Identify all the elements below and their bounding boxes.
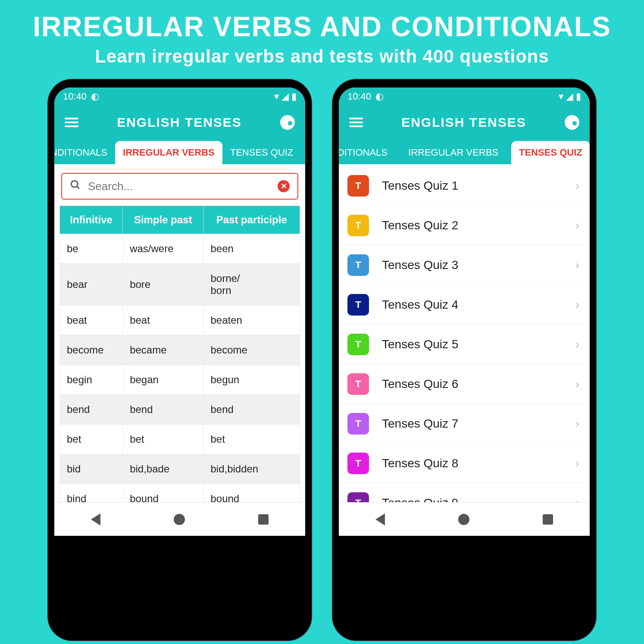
table-row[interactable]: beginbeganbegun — [60, 365, 300, 395]
chevron-right-icon: › — [575, 179, 579, 193]
chevron-right-icon: › — [575, 338, 579, 351]
quiz-label: Tenses Quiz 7 — [382, 417, 575, 431]
table-cell: bend — [60, 395, 123, 425]
table-row[interactable]: betbetbet — [60, 425, 300, 454]
table-cell: been — [203, 234, 300, 264]
search-icon — [70, 179, 81, 194]
list-item[interactable]: TTenses Quiz 4› — [339, 285, 590, 325]
search-input[interactable] — [88, 180, 271, 193]
table-row[interactable]: bidbid,badebid,bidden — [60, 454, 300, 484]
phone-mockup-right: 10:40 ◐ ▾ ◢ ▮ ENGLISH TENSES CONDITIONAL… — [333, 80, 596, 640]
promo-subtitle: Learn irregular verbs and tests with 400… — [0, 46, 644, 67]
home-button[interactable] — [458, 514, 469, 525]
table-cell: bet — [60, 425, 123, 454]
tab-conditionals[interactable]: CONDITIONALS — [54, 141, 115, 164]
tab-conditionals[interactable]: CONDITIONALS — [339, 141, 395, 164]
screen-left: 10:40 ◐ ▾ ◢ ▮ ENGLISH TENSES CONDITIONAL… — [54, 88, 305, 536]
list-item[interactable]: TTenses Quiz 1› — [339, 166, 590, 206]
table-row[interactable]: beatbeatbeaten — [60, 306, 300, 335]
table-row[interactable]: bindboundbound — [60, 484, 300, 503]
tab-bar: CONDITIONALS IRREGULAR VERBS TENSES QUIZ — [54, 139, 305, 164]
home-button[interactable] — [174, 514, 185, 525]
table-cell: bet — [203, 425, 300, 454]
tab-tenses-quiz[interactable]: TENSES QUIZ — [222, 141, 301, 164]
list-item[interactable]: TTenses Quiz 9› — [339, 483, 590, 502]
signal-icon: ◢ — [566, 91, 573, 102]
quiz-badge: T — [347, 413, 369, 435]
list-item[interactable]: TTenses Quiz 7› — [339, 404, 590, 444]
table-cell: become — [60, 335, 123, 365]
status-time: 10:40 — [63, 91, 87, 102]
recents-button[interactable] — [543, 514, 553, 525]
tab-irregular-verbs[interactable]: IRREGULAR VERBS — [395, 141, 511, 164]
list-item[interactable]: TTenses Quiz 5› — [339, 325, 590, 364]
table-cell: beaten — [203, 306, 300, 335]
android-nav-bar — [339, 502, 590, 536]
table-cell: begun — [203, 365, 300, 395]
svg-line-1 — [77, 186, 79, 188]
verbs-table: Infinitive Simple past Past participle b… — [59, 206, 300, 502]
table-cell: bid,bade — [123, 454, 203, 484]
table-row[interactable]: becomebecamebecome — [60, 335, 300, 365]
screen-right: 10:40 ◐ ▾ ◢ ▮ ENGLISH TENSES CONDITIONAL… — [339, 88, 590, 536]
table-cell: borne/ born — [203, 264, 300, 306]
status-app-icon: ◐ — [91, 91, 99, 102]
table-cell: begin — [60, 365, 123, 395]
tab-irregular-verbs[interactable]: IRREGULAR VERBS — [115, 141, 222, 164]
table-row[interactable]: bearboreborne/ born — [60, 264, 300, 306]
list-item[interactable]: TTenses Quiz 6› — [339, 364, 590, 404]
chevron-right-icon: › — [575, 417, 579, 431]
quiz-label: Tenses Quiz 2 — [382, 219, 575, 232]
quiz-label: Tenses Quiz 3 — [382, 258, 575, 272]
table-cell: be — [60, 234, 123, 264]
battery-icon: ▮ — [576, 91, 581, 102]
tab-tenses-quiz[interactable]: TENSES QUIZ — [511, 141, 590, 164]
chevron-right-icon: › — [575, 496, 579, 503]
col-past-participle: Past participle — [203, 206, 300, 234]
status-bar: 10:40 ◐ ▾ ◢ ▮ — [339, 88, 590, 106]
status-bar: 10:40 ◐ ▾ ◢ ▮ — [54, 88, 305, 106]
back-button[interactable] — [375, 513, 385, 525]
table-cell: beat — [60, 306, 123, 335]
col-simple-past: Simple past — [123, 206, 203, 234]
list-item[interactable]: TTenses Quiz 8› — [339, 444, 590, 483]
quiz-list[interactable]: TTenses Quiz 1›TTenses Quiz 2›TTenses Qu… — [339, 164, 590, 502]
menu-icon[interactable] — [65, 118, 78, 127]
quiz-badge: T — [347, 294, 369, 316]
quiz-label: Tenses Quiz 6 — [382, 377, 575, 391]
content-quiz: TTenses Quiz 1›TTenses Quiz 2›TTenses Qu… — [339, 164, 590, 502]
palette-icon[interactable] — [565, 115, 579, 130]
table-row[interactable]: bendbendbend — [60, 395, 300, 425]
app-title: ENGLISH TENSES — [117, 115, 242, 130]
menu-icon[interactable] — [349, 118, 363, 127]
status-time: 10:40 — [347, 91, 371, 102]
quiz-label: Tenses Quiz 5 — [382, 338, 575, 351]
chevron-right-icon: › — [575, 298, 579, 312]
list-item[interactable]: TTenses Quiz 2› — [339, 206, 590, 245]
table-cell: bid — [60, 454, 123, 484]
table-cell: bear — [60, 264, 123, 306]
table-row[interactable]: bewas/werebeen — [60, 234, 300, 264]
clear-icon[interactable]: ✕ — [278, 180, 290, 192]
table-cell: bore — [123, 264, 203, 306]
content-irregular: ✕ Infinitive Simple past Past participle… — [54, 164, 305, 502]
wifi-icon: ▾ — [274, 91, 279, 102]
list-item[interactable]: TTenses Quiz 3› — [339, 245, 590, 285]
search-box[interactable]: ✕ — [61, 173, 298, 200]
app-bar: ENGLISH TENSES — [54, 106, 305, 139]
table-cell: became — [123, 335, 203, 365]
chevron-right-icon: › — [575, 377, 579, 391]
quiz-badge: T — [347, 492, 369, 503]
signal-icon: ◢ — [281, 91, 289, 102]
app-bar: ENGLISH TENSES — [339, 106, 590, 139]
quiz-label: Tenses Quiz 1 — [382, 179, 575, 193]
chevron-right-icon: › — [575, 258, 579, 272]
quiz-badge: T — [347, 175, 369, 197]
table-cell: become — [203, 335, 300, 365]
quiz-label: Tenses Quiz 9 — [382, 496, 575, 503]
table-cell: began — [123, 365, 203, 395]
back-button[interactable] — [91, 513, 100, 525]
palette-icon[interactable] — [280, 115, 295, 130]
table-cell: bid,bidden — [203, 454, 300, 484]
recents-button[interactable] — [258, 514, 269, 525]
